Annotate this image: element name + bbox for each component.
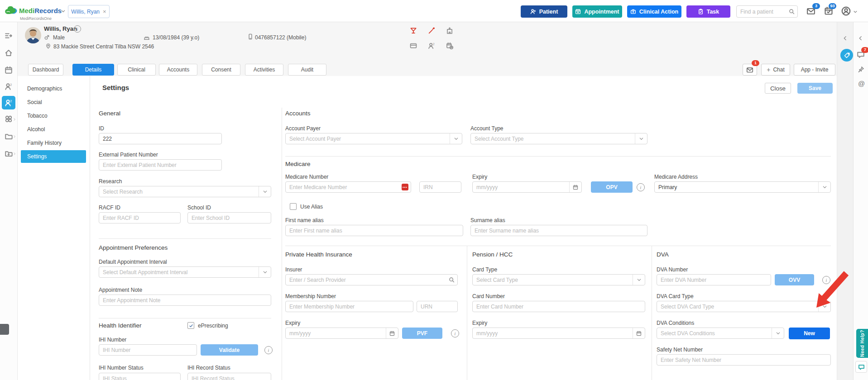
new-clinical-action-button[interactable]: Clinical Action <box>627 5 681 18</box>
card-type-select[interactable]: Select Card Type <box>472 274 645 285</box>
sidebar-item-settings[interactable]: Settings <box>21 150 86 163</box>
folder-nav-icon[interactable] <box>5 132 13 142</box>
calendar-icon[interactable] <box>569 182 581 192</box>
account-type-select[interactable]: Select Account Type <box>470 133 647 144</box>
insurer-search-input[interactable] <box>286 277 446 283</box>
medicare-number-input[interactable] <box>286 184 402 190</box>
id-input[interactable] <box>99 133 222 144</box>
racf-id-input[interactable] <box>99 212 181 223</box>
opv-button[interactable]: OPV <box>591 181 633 193</box>
opv-info-icon[interactable]: i <box>637 183 645 191</box>
ihi-record-status-input[interactable] <box>187 373 271 380</box>
pension-expiry-input[interactable] <box>473 330 633 337</box>
dva-card-type-select[interactable]: Select DVA Card Type <box>657 301 831 312</box>
search-icon[interactable] <box>786 6 797 17</box>
mentions-tool-icon[interactable]: @ <box>858 80 865 87</box>
school-id-input[interactable] <box>187 212 271 223</box>
open-patient-tab[interactable]: Willis, Ryan × <box>68 5 110 18</box>
chevron-down-icon[interactable] <box>259 186 271 197</box>
phi-expiry-input[interactable] <box>286 330 386 337</box>
account-chevron-down-icon[interactable] <box>853 9 858 15</box>
pushpin-tool-icon[interactable] <box>858 66 864 74</box>
search-icon[interactable] <box>446 275 457 285</box>
groups-nav-icon[interactable] <box>5 115 13 124</box>
urn-input[interactable] <box>417 301 458 312</box>
use-alias-checkbox[interactable] <box>290 203 297 210</box>
close-button[interactable]: Close <box>765 83 791 94</box>
patient-search-box[interactable] <box>736 5 798 18</box>
collapsed-panel-toggle[interactable] <box>0 324 9 335</box>
card-number-input[interactable] <box>472 301 645 312</box>
chevron-down-icon[interactable] <box>450 133 462 144</box>
irn-input[interactable] <box>419 181 461 193</box>
need-help-tab[interactable]: Need Help? <box>856 329 868 358</box>
save-button[interactable]: Save <box>797 83 833 94</box>
validate-button[interactable]: Validate <box>201 344 258 356</box>
expand-menu-icon[interactable] <box>5 32 13 41</box>
new-task-button[interactable]: Task <box>686 5 730 18</box>
ihi-info-icon[interactable]: i <box>264 346 273 354</box>
external-patient-number-input[interactable] <box>99 159 222 171</box>
sidebar-item-alcohol[interactable]: Alcohol <box>21 123 86 136</box>
calendar-clock-icon[interactable] <box>446 42 453 51</box>
waiting-room-icon[interactable] <box>5 82 13 92</box>
patient-info-icon[interactable]: i <box>74 25 81 33</box>
medicare-expiry-input[interactable] <box>473 184 569 190</box>
medicare-number-more-button[interactable]: ••• <box>402 184 408 190</box>
membership-number-input[interactable] <box>285 301 413 312</box>
new-appointment-button[interactable]: Appointment <box>572 5 622 18</box>
research-select[interactable]: Select Research <box>99 186 271 197</box>
sidebar-item-demographics[interactable]: Demographics <box>21 82 86 95</box>
folder-add-nav-icon[interactable] <box>5 149 13 159</box>
ihi-number-status-input[interactable] <box>99 373 181 380</box>
ovv-button[interactable]: OVV <box>775 274 814 285</box>
collapse-strip-chevron-icon[interactable] <box>842 35 848 43</box>
first-name-alias-input[interactable] <box>285 225 463 236</box>
sidebar-item-tobacco[interactable]: Tobacco <box>21 109 86 122</box>
tab-consent[interactable]: Consent <box>202 64 240 76</box>
chevron-down-icon[interactable] <box>772 328 784 338</box>
tab-audit[interactable]: Audit <box>288 64 326 76</box>
chevron-down-icon[interactable] <box>818 182 830 192</box>
patients-nav-icon-active[interactable] <box>2 96 15 109</box>
tag-tool-icon[interactable] <box>840 49 853 62</box>
smoking-status-icon[interactable] <box>428 27 435 36</box>
new-dva-condition-button[interactable]: New <box>789 328 830 339</box>
chevron-down-icon[interactable] <box>633 275 645 285</box>
sidebar-item-social[interactable]: Social <box>21 96 86 109</box>
eprescribing-checkbox[interactable] <box>187 322 194 329</box>
help-chat-icon[interactable] <box>855 361 867 373</box>
account-payer-select[interactable]: Select Account Payer <box>285 133 462 144</box>
new-patient-button[interactable]: Patient <box>521 5 567 18</box>
chevron-down-icon[interactable] <box>259 267 271 277</box>
dva-conditions-select[interactable]: Select DVA Conditions <box>657 328 784 339</box>
close-patient-tab-icon[interactable]: × <box>103 8 106 15</box>
chat-button[interactable]: +Chat <box>761 64 790 76</box>
calendar-icon[interactable] <box>633 328 645 338</box>
medicare-card-icon[interactable] <box>410 42 417 51</box>
calendar-nav-icon[interactable] <box>5 66 13 76</box>
tab-activities[interactable]: Activities <box>245 64 283 76</box>
patient-search-input[interactable] <box>737 9 786 15</box>
tab-dashboard[interactable]: Dashboard <box>28 64 63 76</box>
tab-clinical[interactable]: Clinical <box>117 64 156 76</box>
carer-icon[interactable] <box>428 42 435 51</box>
alcohol-status-icon[interactable] <box>410 27 417 36</box>
hospital-icon[interactable] <box>446 27 453 36</box>
home-icon[interactable] <box>5 49 13 58</box>
brand-chevron-down-icon[interactable] <box>61 9 66 15</box>
surname-alias-input[interactable] <box>470 225 647 236</box>
collapse-rail-chevron-icon[interactable] <box>858 35 863 43</box>
account-menu-icon[interactable] <box>841 6 851 17</box>
dva-number-input[interactable] <box>657 274 771 285</box>
app-invite-button[interactable]: App - Invite <box>794 64 835 76</box>
ihi-number-input[interactable] <box>99 344 197 356</box>
chevron-down-icon[interactable] <box>635 133 647 144</box>
appointment-note-input[interactable] <box>99 294 271 306</box>
medicare-address-select[interactable]: Primary <box>654 181 831 193</box>
tab-details[interactable]: Details <box>72 64 114 76</box>
pvf-info-icon[interactable]: i <box>451 329 459 337</box>
safety-net-number-input[interactable] <box>657 354 831 366</box>
default-appointment-interval-select[interactable]: Select Default Appointment Interval <box>99 266 271 278</box>
sidebar-item-family-history[interactable]: Family History <box>21 137 86 149</box>
